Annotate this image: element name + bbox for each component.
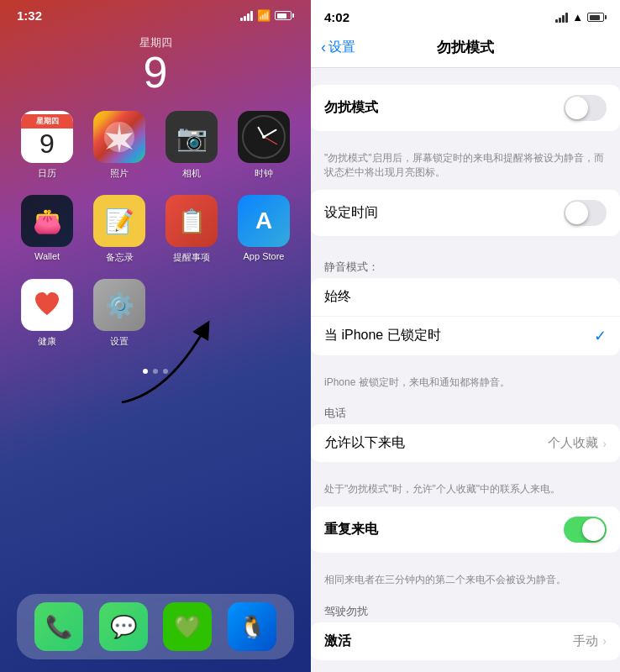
app-notes-icon[interactable]: 📝 — [93, 195, 145, 247]
dnd-toggle-label: 勿扰模式 — [324, 99, 378, 117]
app-clock-icon[interactable] — [238, 111, 290, 163]
app-reminders-icon[interactable]: 📋 — [166, 195, 218, 247]
allow-calls-label: 允许以下来电 — [324, 434, 405, 452]
driving-section-header: 驾驶勿扰 — [311, 597, 620, 622]
driving-activate-value: 手动 › — [573, 633, 607, 649]
signal-icon — [240, 11, 253, 21]
repeat-calls-footer: 相同来电者在三分钟内的第二个来电不会被设为静音。 — [311, 570, 620, 597]
app-calendar-wrap[interactable]: 星期四 9 日历 — [15, 111, 79, 180]
app-reminders-wrap[interactable]: 📋 提醒事项 — [160, 195, 223, 264]
page-dot-1 — [143, 369, 148, 374]
dock-qq-wrap[interactable]: 🐧 — [228, 602, 276, 651]
app-photos-icon[interactable] — [93, 111, 145, 163]
silence-section-header: 静音模式： — [311, 253, 620, 278]
app-appstore-icon[interactable]: A — [238, 195, 290, 247]
app-clock-label: 时钟 — [255, 167, 273, 180]
app-wallet-label: Wallet — [34, 251, 60, 261]
calendar-header: 星期四 — [21, 114, 73, 129]
settings-nav-bar: ‹ 设置 勿扰模式 — [311, 31, 620, 68]
dock-wechat-icon[interactable]: 💚 — [163, 602, 212, 651]
clock-minute-hand — [264, 129, 277, 137]
repeat-calls-row[interactable]: 重复来电 — [311, 507, 620, 553]
dock-messages-icon[interactable]: 💬 — [99, 602, 148, 651]
settings-time: 4:02 — [324, 10, 349, 24]
app-notes-label: 备忘录 — [106, 251, 134, 264]
iphone-status-icons: 📶 — [240, 9, 294, 22]
repeat-calls-group: 重复来电 — [311, 507, 620, 553]
app-grid: 星期四 9 日历 照片 📷 相机 — [0, 111, 311, 348]
app-settings-label: 设置 — [110, 335, 129, 348]
settings-battery-icon — [587, 13, 607, 22]
page-dot-2 — [153, 369, 158, 374]
settings-back-label: 设置 — [328, 39, 355, 56]
day-number: 9 — [0, 50, 311, 94]
app-health-wrap[interactable]: 健康 — [15, 279, 79, 348]
scheduled-label: 设定时间 — [324, 204, 378, 222]
silence-header-text: 静音模式： — [324, 260, 379, 273]
driving-activate-group: 激活 手动 › — [311, 622, 620, 660]
app-camera-wrap[interactable]: 📷 相机 — [160, 111, 223, 180]
when-locked-row[interactable]: 当 iPhone 已锁定时 ✓ — [311, 317, 620, 355]
allow-calls-footer: 处于"勿扰模式"时，允许"个人收藏"中的联系人来电。 — [311, 479, 620, 507]
phone-header-text: 电话 — [324, 407, 346, 419]
allow-calls-value: 个人收藏 › — [548, 435, 607, 451]
app-reminders-label: 提醒事项 — [173, 251, 210, 264]
dnd-toggle[interactable] — [564, 95, 607, 121]
silence-mode-group: 始终 当 iPhone 已锁定时 ✓ — [311, 278, 620, 355]
app-photos-label: 照片 — [110, 167, 129, 180]
app-health-icon[interactable] — [21, 279, 73, 331]
repeat-calls-label: 重复来电 — [324, 521, 378, 538]
app-calendar-label: 日历 — [38, 167, 56, 180]
driving-activate-value-text: 手动 — [573, 633, 598, 649]
app-appstore-label: App Store — [244, 251, 285, 261]
weekday-label: 星期四 — [0, 35, 311, 50]
scheduled-toggle[interactable] — [564, 200, 607, 226]
iphone-home-screen: 1:32 📶 星期四 9 星期四 9 — [0, 0, 311, 672]
allow-calls-chevron-icon: › — [602, 437, 607, 450]
dock-messages-wrap[interactable]: 💬 — [99, 602, 148, 651]
app-calendar-icon[interactable]: 星期四 9 — [21, 111, 73, 163]
calendar-day: 9 — [39, 129, 55, 160]
scheduled-toggle-row[interactable]: 设定时间 — [311, 190, 620, 236]
allow-calls-value-text: 个人收藏 — [548, 435, 598, 451]
iphone-time: 1:32 — [17, 8, 42, 23]
settings-panel: 4:02 ▲ ‹ 设置 勿扰模式 — [311, 0, 620, 672]
dock-wechat-wrap[interactable]: 💚 — [163, 602, 212, 651]
silence-footer: iPhone 被锁定时，来电和通知都将静音。 — [311, 372, 620, 400]
back-chevron-icon: ‹ — [321, 39, 326, 56]
app-appstore-wrap[interactable]: A App Store — [232, 195, 296, 264]
app-wallet-wrap[interactable]: 👛 Wallet — [15, 195, 79, 264]
app-wallet-icon[interactable]: 👛 — [21, 195, 73, 247]
app-clock-wrap[interactable]: 时钟 — [232, 111, 296, 180]
allow-calls-row[interactable]: 允许以下来电 个人收藏 › — [311, 424, 620, 462]
app-camera-icon[interactable]: 📷 — [166, 111, 218, 163]
app-photos-wrap[interactable]: 照片 — [87, 111, 151, 180]
repeat-calls-toggle[interactable] — [564, 517, 607, 543]
repeat-calls-toggle-knob — [582, 518, 605, 541]
allow-calls-group: 允许以下来电 个人收藏 › — [311, 424, 620, 462]
settings-status-icons: ▲ — [555, 11, 607, 24]
battery-icon — [275, 11, 294, 20]
page-indicator — [0, 369, 311, 374]
driving-activate-chevron-icon: › — [602, 634, 607, 648]
app-settings-wrap[interactable]: ⚙️ 设置 — [87, 279, 151, 348]
dock-phone-wrap[interactable]: 📞 — [34, 602, 83, 651]
driving-activate-row[interactable]: 激活 手动 › — [311, 622, 620, 660]
settings-content: 勿扰模式 "勿扰模式"启用后，屏幕锁定时的来电和提醒将被设为静音，而状态栏中将出… — [311, 68, 620, 672]
clock-second-hand — [264, 137, 277, 145]
dnd-toggle-row[interactable]: 勿扰模式 — [311, 85, 620, 131]
app-notes-wrap[interactable]: 📝 备忘录 — [87, 195, 151, 264]
dnd-toggle-group: 勿扰模式 — [311, 85, 620, 131]
dnd-toggle-footer: "勿扰模式"启用后，屏幕锁定时的来电和提醒将被设为静音，而状态栏中将出现月亮图标… — [311, 148, 620, 190]
always-row[interactable]: 始终 — [311, 278, 620, 317]
dock-phone-icon[interactable]: 📞 — [34, 602, 83, 651]
date-widget: 星期四 9 — [0, 35, 311, 94]
settings-wifi-icon: ▲ — [572, 11, 583, 24]
clock-center-dot — [262, 135, 265, 139]
dock-qq-icon[interactable]: 🐧 — [228, 602, 276, 651]
driving-activate-label: 激活 — [324, 633, 351, 650]
driving-header-text: 驾驶勿扰 — [324, 605, 368, 617]
app-settings-icon[interactable]: ⚙️ — [93, 279, 145, 331]
settings-signal-icon — [555, 13, 568, 23]
settings-back-button[interactable]: ‹ 设置 — [321, 39, 355, 56]
